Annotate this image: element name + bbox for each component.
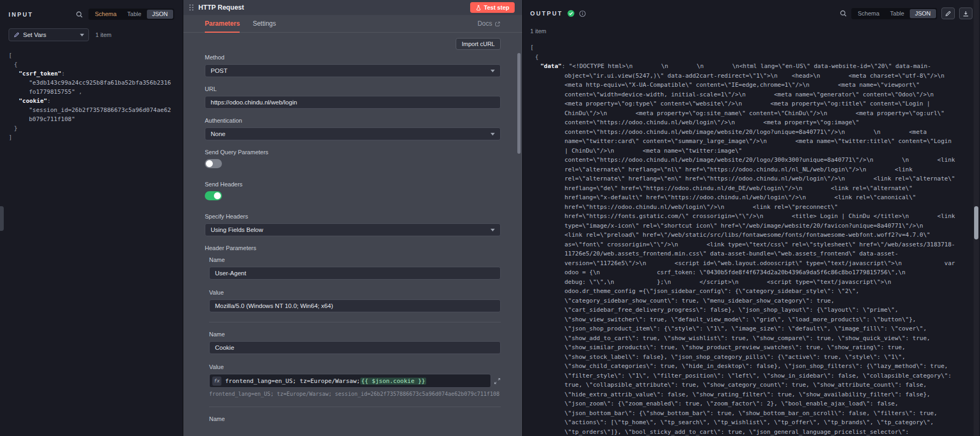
input-tab-json[interactable]: JSON <box>147 10 173 19</box>
external-link-icon <box>495 21 501 27</box>
output-items-count: 1 item <box>530 28 972 34</box>
send-query-parameters-label: Send Query Parameters <box>205 149 501 155</box>
input-source-row: Set Vars 1 item <box>9 20 174 41</box>
method-select-value: POST <box>211 67 227 74</box>
json-line: } <box>9 124 174 133</box>
url-input-value: https://odoo.chindu.nl/web/login <box>211 99 297 106</box>
info-icon[interactable] <box>579 10 586 17</box>
send-query-parameters-toggle[interactable] <box>205 159 222 168</box>
http-request-node-panel: HTTP Request Test step Parameters Settin… <box>183 0 523 436</box>
json-line: [ <box>9 51 174 60</box>
url-label: URL <box>205 86 501 92</box>
authentication-field: Authentication None <box>205 117 501 140</box>
json-line: { <box>530 52 959 62</box>
output-scrollbar[interactable] <box>974 206 978 239</box>
send-query-parameters-field: Send Query Parameters <box>205 149 501 168</box>
tab-settings[interactable]: Settings <box>253 15 276 32</box>
expand-expression-icon[interactable] <box>494 378 501 385</box>
node-title: HTTP Request <box>198 4 244 11</box>
input-tab-table[interactable]: Table <box>122 10 146 19</box>
specify-headers-select-value: Using Fields Below <box>211 227 263 233</box>
test-step-button[interactable]: Test step <box>470 2 515 13</box>
method-field: Method POST <box>205 54 501 77</box>
param-name-label: Name <box>209 331 501 337</box>
param-value-label: Value <box>209 364 501 370</box>
workflow-node-detail-view: INPUT Schema Table JSON Set Vars 1 item <box>0 0 980 436</box>
chevron-down-icon <box>491 229 495 231</box>
json-line: ] <box>9 133 174 142</box>
download-output-button[interactable] <box>959 7 972 19</box>
header-parameters-list: Name User-Agent Value Mozilla/5.0 (Windo… <box>205 257 501 422</box>
input-display-mode-tabs: Schema Table JSON <box>88 9 174 20</box>
chevron-down-icon <box>80 34 84 36</box>
edit-output-button[interactable] <box>941 7 955 19</box>
specify-headers-label: Specify Headers <box>205 213 501 220</box>
output-display-mode-tabs: Schema Table JSON <box>851 8 937 19</box>
specify-headers-select[interactable]: Using Fields Below <box>205 223 501 236</box>
flask-icon <box>476 5 481 11</box>
docs-link[interactable]: Docs <box>478 20 501 27</box>
node-header: HTTP Request Test step <box>183 0 522 15</box>
cookie-value-expression-input[interactable]: fx frontend_lang=en_US; tz=Europe/Warsaw… <box>209 374 491 388</box>
input-panel: INPUT Schema Table JSON Set Vars 1 item <box>0 0 183 436</box>
send-headers-label: Send Headers <box>205 181 501 187</box>
output-tab-table[interactable]: Table <box>885 9 909 18</box>
json-line-data: "data": "<!DOCTYPE html>\n \n \n \n<html… <box>530 62 959 436</box>
resolved-value-preview: frontend_lang=en_US; tz=Europe/Warsaw; s… <box>209 391 501 397</box>
send-headers-toggle[interactable] <box>205 191 222 200</box>
search-icon[interactable] <box>840 10 847 17</box>
input-source-select[interactable]: Set Vars <box>9 28 89 41</box>
send-headers-field: Send Headers <box>205 181 501 200</box>
json-line: { <box>9 60 174 69</box>
expression-static-text: frontend_lang=en_US; tz=Europe/Warsaw; <box>225 378 360 385</box>
input-items-count: 1 item <box>95 32 112 38</box>
param-name-input[interactable]: User-Agent <box>209 267 501 280</box>
header-parameter-item-cookie: Name Cookie Value fx frontend_lang=en_US… <box>209 331 501 407</box>
method-select[interactable]: POST <box>205 64 501 77</box>
url-field: URL https://odoo.chindu.nl/web/login <box>205 86 501 109</box>
panel-collapse-handle[interactable] <box>0 206 4 231</box>
output-panel-title: OUTPUT <box>530 10 563 17</box>
header-parameter-item-user-agent: Name User-Agent Value Mozilla/5.0 (Windo… <box>209 257 501 322</box>
param-name-input[interactable]: Cookie <box>209 341 501 354</box>
param-value-label: Value <box>209 289 501 296</box>
tab-parameters[interactable]: Parameters <box>205 15 240 32</box>
expression-segment: {{ $json.cookie }} <box>360 378 426 385</box>
authentication-select[interactable]: None <box>205 127 501 140</box>
docs-label: Docs <box>478 20 492 27</box>
node-panel-scrollbar[interactable] <box>517 53 521 154</box>
chevron-down-icon <box>491 70 495 72</box>
expression-toggle-icon[interactable]: fx <box>212 377 221 386</box>
header-parameter-item-new: Name <box>209 416 501 422</box>
json-line: [ <box>530 43 959 52</box>
json-line-csrf-token: "csrf_token": "e3db143c99a24cc925b8fa61b… <box>9 69 174 96</box>
header-parameters-section-label: Header Parameters <box>205 245 501 251</box>
import-curl-button[interactable]: Import cURL <box>456 38 501 50</box>
output-panel-header: OUTPUT Schema Table JSON <box>530 7 972 19</box>
input-source-select-value: Set Vars <box>23 32 46 38</box>
param-name-value: User-Agent <box>215 270 246 276</box>
input-tab-schema[interactable]: Schema <box>90 10 122 19</box>
input-panel-header: INPUT Schema Table JSON <box>9 9 174 20</box>
url-input[interactable]: https://odoo.chindu.nl/web/login <box>205 96 501 109</box>
output-panel: OUTPUT Schema Table JSON <box>523 0 980 436</box>
output-tab-schema[interactable]: Schema <box>852 9 885 18</box>
authentication-label: Authentication <box>205 117 501 124</box>
drag-handle-icon[interactable] <box>189 4 194 11</box>
param-name-label: Name <box>209 416 501 422</box>
download-icon <box>962 10 969 17</box>
pen-icon <box>13 32 20 38</box>
output-tab-json[interactable]: JSON <box>910 9 936 18</box>
method-label: Method <box>205 54 501 61</box>
authentication-select-value: None <box>211 131 226 137</box>
output-json-view: [ { "data": "<!DOCTYPE html>\n \n \n \n<… <box>530 43 972 436</box>
search-icon[interactable] <box>76 11 83 18</box>
input-panel-title: INPUT <box>9 11 33 18</box>
chevron-down-icon <box>491 133 495 136</box>
json-line-cookie: "cookie": "session_id=26b2f7357886673c5a… <box>9 96 174 124</box>
toggle-knob <box>206 160 213 167</box>
param-name-label: Name <box>209 257 501 263</box>
param-value-input[interactable]: Mozilla/5.0 (Windows NT 10.0; Win64; x64… <box>209 299 501 312</box>
toggle-knob <box>214 192 221 199</box>
node-parameters-form: Import cURL Method POST URL https://odoo… <box>183 33 522 436</box>
